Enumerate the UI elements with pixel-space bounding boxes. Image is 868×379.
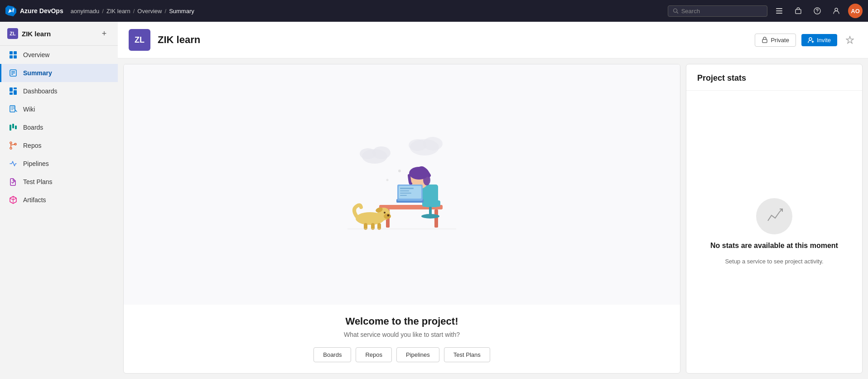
private-badge-label: Private	[771, 37, 789, 44]
pipelines-icon	[9, 159, 18, 168]
illustration-svg	[320, 121, 483, 248]
welcome-title: Welcome to the project!	[313, 316, 490, 327]
invite-button[interactable]: Invite	[801, 34, 837, 46]
help-icon-btn[interactable]	[810, 4, 825, 18]
start-testplans-button[interactable]: Test Plans	[444, 347, 490, 362]
svg-point-50	[423, 175, 430, 185]
svg-rect-19	[14, 90, 17, 95]
svg-rect-11	[10, 55, 13, 58]
sidebar-item-dashboards[interactable]: Dashboards	[0, 82, 118, 100]
sidebar-item-label-artifacts: Artifacts	[23, 196, 46, 204]
welcome-card: Welcome to the project! What service wou…	[123, 64, 680, 374]
summary-icon	[9, 68, 18, 78]
svg-rect-55	[400, 190, 409, 191]
sidebar-item-summary[interactable]: Summary	[0, 64, 118, 82]
welcome-text-section: Welcome to the project! What service wou…	[299, 305, 505, 373]
svg-point-62	[387, 214, 390, 217]
sidebar-item-overview[interactable]: Overview	[0, 46, 118, 64]
svg-rect-20	[10, 92, 13, 95]
sidebar-item-label-pipelines: Pipelines	[23, 160, 49, 167]
sidebar-item-testplans[interactable]: Test Plans	[0, 173, 118, 191]
svg-rect-10	[14, 51, 17, 54]
testplans-icon	[9, 177, 18, 186]
sidebar-item-label-boards: Boards	[23, 124, 43, 131]
svg-rect-2	[776, 8, 782, 9]
breadcrumb-item-2[interactable]: ZIK learn	[106, 8, 130, 15]
sidebar-item-label-summary: Summary	[23, 69, 52, 77]
svg-point-34	[360, 148, 376, 159]
svg-point-38	[398, 170, 401, 172]
sidebar-item-wiki[interactable]: Wiki	[0, 100, 118, 118]
sidebar-project-name[interactable]: ZL ZIK learn	[7, 28, 51, 39]
nav-right: AO	[668, 4, 863, 18]
body-layout: ZL ZIK learn + Overview	[0, 22, 868, 379]
start-pipelines-button[interactable]: Pipelines	[396, 347, 439, 362]
svg-point-37	[409, 139, 427, 151]
svg-rect-54	[400, 188, 414, 189]
breadcrumb: aonyimadu / ZIK learn / Overview / Summa…	[71, 8, 194, 15]
stats-card: Project stats No stats are available at …	[686, 64, 863, 374]
sidebar-project-label: ZIK learn	[22, 30, 51, 38]
svg-point-8	[835, 8, 838, 11]
azure-devops-icon	[5, 5, 16, 16]
user-icon-btn[interactable]	[829, 4, 844, 18]
repos-icon	[9, 141, 18, 150]
search-icon	[673, 8, 679, 14]
sidebar-item-label-repos: Repos	[23, 142, 41, 149]
lock-icon	[762, 37, 768, 43]
boards-icon	[9, 123, 18, 132]
stats-icon-circle	[756, 198, 792, 234]
project-logo: ZL	[129, 29, 150, 51]
brand-name: Azure DevOps	[20, 7, 63, 15]
search-input[interactable]	[681, 8, 762, 15]
svg-point-29	[809, 38, 812, 40]
sidebar-add-btn[interactable]: +	[98, 27, 111, 40]
brand-logo[interactable]: Azure DevOps	[5, 5, 63, 16]
breadcrumb-sep-3: /	[165, 8, 167, 15]
svg-rect-9	[10, 51, 13, 54]
svg-point-26	[10, 147, 12, 149]
svg-point-46	[421, 214, 439, 219]
svg-rect-12	[14, 55, 17, 58]
svg-rect-23	[12, 124, 14, 128]
star-button[interactable]	[843, 33, 857, 47]
welcome-illustration	[124, 64, 680, 305]
svg-rect-57	[400, 195, 407, 196]
shopping-bag-icon-btn[interactable]	[791, 4, 805, 18]
sidebar-item-pipelines[interactable]: Pipelines	[0, 155, 118, 173]
breadcrumb-item-3[interactable]: Overview	[137, 8, 162, 15]
wiki-icon	[9, 105, 18, 114]
svg-point-63	[384, 212, 386, 214]
sidebar-item-repos[interactable]: Repos	[0, 136, 118, 155]
sidebar-item-artifacts[interactable]: Artifacts	[0, 191, 118, 209]
list-icon-btn[interactable]	[772, 4, 786, 18]
svg-rect-4	[776, 13, 782, 14]
private-badge[interactable]: Private	[755, 34, 796, 47]
sidebar-item-label-overview: Overview	[23, 51, 49, 58]
breadcrumb-item-1[interactable]: aonyimadu	[71, 8, 100, 15]
sidebar: ZL ZIK learn + Overview	[0, 22, 118, 379]
dashboards-icon	[9, 87, 18, 96]
start-repos-button[interactable]: Repos	[356, 347, 392, 362]
main-content: ZL ZIK learn Private	[118, 22, 868, 379]
project-title-area: ZL ZIK learn	[129, 29, 200, 51]
project-header: ZL ZIK learn Private	[118, 22, 868, 58]
stats-empty-title: No stats are available at this moment	[710, 242, 838, 250]
avatar[interactable]: AO	[848, 4, 863, 18]
sidebar-item-label-dashboards: Dashboards	[23, 87, 58, 95]
welcome-subtitle: What service would you like to start wit…	[313, 331, 490, 338]
sidebar-item-label-testplans: Test Plans	[23, 178, 53, 185]
svg-rect-18	[14, 87, 17, 89]
content-area: Welcome to the project! What service wou…	[118, 58, 868, 379]
breadcrumb-sep-2: /	[133, 8, 135, 15]
svg-rect-3	[776, 10, 782, 11]
star-icon	[846, 36, 854, 44]
sidebar-item-boards[interactable]: Boards	[0, 118, 118, 136]
start-boards-button[interactable]: Boards	[313, 347, 351, 362]
svg-rect-44	[422, 200, 440, 207]
search-box[interactable]	[668, 5, 767, 17]
svg-rect-28	[762, 39, 767, 43]
top-nav: Azure DevOps aonyimadu / ZIK learn / Ove…	[0, 0, 868, 22]
svg-rect-22	[10, 125, 11, 131]
invite-icon	[808, 37, 814, 43]
